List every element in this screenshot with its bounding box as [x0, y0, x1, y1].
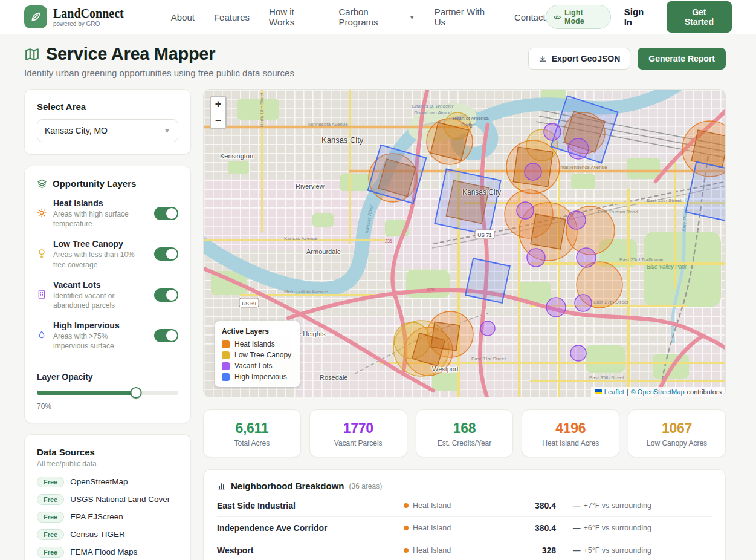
- brand-tagline: powered by GRŌ: [53, 21, 124, 27]
- zoom-out-button[interactable]: −: [211, 112, 225, 128]
- map-label: East 12th Street: [647, 198, 682, 203]
- overlay-circle: [546, 298, 566, 317]
- overlay-circle: [517, 202, 534, 219]
- nav-item-carbon-programs[interactable]: Carbon Programs▼: [338, 7, 415, 27]
- legend-swatch: [222, 351, 230, 359]
- free-badge: Free: [37, 529, 64, 540]
- download-icon: [538, 54, 547, 63]
- select-area-card: Select Area Kansas City, MO ▼: [24, 89, 191, 155]
- data-sources-title: Data Sources: [37, 447, 178, 457]
- stat-label: Vacant Parcels: [314, 439, 403, 448]
- data-source-row: Free FEMA Flood Maps: [37, 547, 178, 558]
- zoom-in-button[interactable]: +: [211, 97, 225, 112]
- map-label: Kansas City: [462, 188, 501, 197]
- map-label: Metropolitan Avenue: [284, 289, 328, 295]
- table-row[interactable]: Westport Heat Island 328 —+5°F vs surrou…: [217, 539, 712, 560]
- bar-chart-icon: [217, 481, 226, 490]
- nav-item-how-it-works[interactable]: How it Works: [269, 7, 319, 27]
- get-started-button[interactable]: Get Started: [667, 1, 732, 33]
- nav-item-contact[interactable]: Contact: [514, 12, 546, 22]
- overlay-circle: [570, 345, 586, 361]
- opacity-value: 70%: [37, 402, 178, 411]
- top-navigation-bar: LandConnect powered by GRŌ AboutFeatures…: [0, 0, 756, 34]
- layer-toggle-3[interactable]: [154, 329, 178, 342]
- brand-logo[interactable]: LandConnect powered by GRŌ: [24, 5, 124, 28]
- layer-description: Areas with less than 10% tree coverage: [53, 250, 144, 269]
- map-label: Kansas City: [321, 135, 364, 145]
- table-row[interactable]: East Side Industrial Heat Island 380.4 —…: [217, 495, 712, 517]
- stat-value: 6,611: [207, 420, 297, 437]
- area-select-value: Kansas City, MO: [45, 126, 108, 135]
- stat-card-total-acres: 6,611 Total Acres: [203, 409, 301, 457]
- leaf-icon: [24, 5, 47, 28]
- page-subtitle: Identify urban greening opportunities us…: [24, 68, 294, 78]
- map-zoom-control: + −: [210, 96, 227, 129]
- svg-text:US 71: US 71: [477, 232, 492, 238]
- map-label: Armourdale: [306, 248, 341, 255]
- map-label: Heart of America: [453, 116, 489, 121]
- opacity-slider[interactable]: [37, 387, 178, 398]
- map-label: e Heights: [297, 330, 326, 337]
- area-select[interactable]: Kansas City, MO ▼: [37, 119, 178, 142]
- overlay-circle: [567, 211, 586, 229]
- ukraine-flag-icon: [595, 389, 602, 394]
- nav-item-features[interactable]: Features: [214, 12, 250, 22]
- data-source-name: EPA EJScreen: [70, 512, 123, 521]
- overlay-square: [430, 122, 468, 160]
- chevron-down-icon: ▼: [409, 14, 415, 21]
- map-icon: [24, 47, 40, 62]
- free-badge: Free: [37, 477, 64, 487]
- neighborhood-delta: —+5°F vs surrounding: [573, 546, 712, 555]
- tree-icon: [37, 239, 48, 269]
- map-label: 235: [385, 239, 392, 243]
- sign-in-link[interactable]: Sign In: [624, 7, 653, 27]
- table-row[interactable]: Independence Ave Corridor Heat Island 38…: [217, 517, 712, 539]
- overlay-circle: [527, 249, 545, 267]
- layers-title: Opportunity Layers: [53, 178, 136, 189]
- neighborhood-type: Heat Island: [404, 501, 509, 510]
- map-canvas[interactable]: Kansas CityKansas CityKensingtonRivervie…: [203, 89, 726, 397]
- legend-label: Heat Islands: [234, 340, 275, 348]
- heat-island-dot-icon: [404, 503, 409, 508]
- data-source-row: Free EPA EJScreen: [37, 512, 178, 523]
- nav-item-about[interactable]: About: [171, 12, 195, 22]
- layer-name: High Impervious: [53, 321, 149, 330]
- overlay-circle: [575, 295, 592, 311]
- map-label: North 18th Street: [259, 92, 265, 127]
- layer-toggle-0[interactable]: [154, 207, 178, 220]
- map-attribution: Leaflet | © OpenStreetMap contributors: [591, 387, 725, 397]
- map-label: Riverview: [296, 183, 325, 190]
- export-geojson-button[interactable]: Export GeoJSON: [528, 48, 631, 70]
- trend-dash-icon: —: [573, 501, 581, 510]
- svg-text:US 69: US 69: [242, 301, 256, 307]
- eye-icon: [554, 13, 561, 21]
- layers-icon: [37, 178, 47, 189]
- legend-item: High Impervious: [222, 373, 291, 381]
- map-label: 670: [427, 288, 435, 292]
- main-nav: AboutFeaturesHow it WorksCarbon Programs…: [171, 7, 546, 27]
- droplet-icon: [37, 321, 48, 351]
- layer-name: Heat Islands: [53, 198, 149, 208]
- layer-toggle-1[interactable]: [154, 247, 178, 261]
- legend-item: Vacant Lots: [222, 362, 291, 370]
- opacity-slider-knob[interactable]: [130, 387, 141, 399]
- layer-name: Low Tree Canopy: [53, 239, 149, 249]
- layer-toggle-2[interactable]: [154, 288, 178, 302]
- generate-report-button[interactable]: Generate Report: [638, 48, 726, 70]
- data-source-row: Free USGS National Land Cover: [37, 494, 178, 505]
- legend-label: High Impervious: [234, 373, 287, 381]
- neighborhood-name: East Side Industrial: [217, 501, 404, 510]
- neighborhood-name: Independence Ave Corridor: [217, 523, 404, 533]
- stat-label: Low Canopy Acres: [632, 439, 722, 448]
- data-source-name: Census TIGER: [70, 530, 125, 539]
- osm-link[interactable]: © OpenStreetMap: [631, 388, 685, 396]
- legend-label: Vacant Lots: [234, 362, 272, 370]
- nav-item-partner-with-us[interactable]: Partner With Us: [435, 7, 495, 27]
- light-mode-toggle[interactable]: Light Mode: [546, 5, 611, 29]
- layer-name: Vacant Lots: [53, 280, 149, 290]
- overlay-square: [431, 322, 459, 350]
- map-label: Bridge: [461, 122, 476, 128]
- layer-description: Areas with >75% impervious surface: [53, 331, 144, 351]
- heat-island-dot-icon: [404, 548, 409, 553]
- leaflet-link[interactable]: Leaflet: [604, 388, 624, 396]
